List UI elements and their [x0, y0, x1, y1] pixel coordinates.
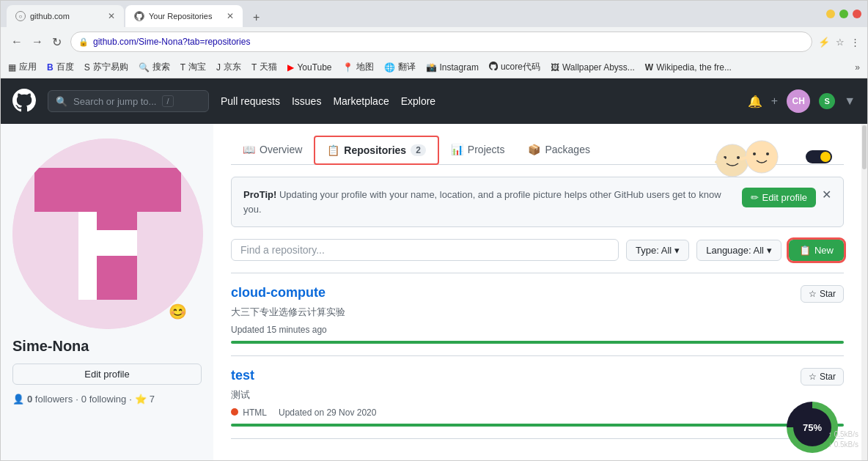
language-filter-button[interactable]: Language: All ▾ [696, 240, 781, 261]
bookmark-tmall[interactable]: T 天猫 [251, 61, 277, 73]
new-repository-button[interactable]: 📋 New [789, 240, 844, 261]
scroll-thumb[interactable] [862, 125, 867, 169]
bookmark-youtube[interactable]: ▶ YouTube [287, 62, 331, 73]
bookmark-translate[interactable]: 🌐 翻译 [384, 61, 416, 73]
settings-button[interactable]: ⋮ [850, 37, 860, 48]
bookmark-baidu[interactable]: B 百度 [47, 61, 74, 73]
github-logo[interactable] [12, 89, 36, 114]
protip-close-button[interactable]: ✕ [822, 188, 831, 202]
avatar-emoji-overlay: 😊 [169, 303, 187, 320]
tab-projects-label: Projects [468, 144, 505, 155]
projects-icon: 📊 [451, 144, 463, 155]
bookmark-instagram[interactable]: 📸 Instagram [426, 62, 479, 73]
stars-count: 7 [150, 394, 155, 405]
nav-pull-requests[interactable]: Pull requests [221, 95, 280, 107]
tab-title-github: github.com [30, 12, 103, 21]
user-stats: 👤 0 followers · 0 following · ⭐ 7 [12, 394, 202, 405]
bookmark-tmall-label: 天猫 [260, 61, 277, 73]
forward-button[interactable]: → [29, 34, 46, 50]
repo-lang-test: HTML [243, 407, 267, 418]
stars-link[interactable]: 7 [150, 394, 155, 405]
bookmark-taobao[interactable]: T 淘宝 [180, 61, 206, 73]
nav-explore[interactable]: Explore [401, 95, 435, 107]
tab-projects[interactable]: 📊 Projects [439, 136, 517, 164]
star-label-cloud-compute: Star [820, 289, 836, 299]
star-cloud-compute-button[interactable]: ☆ Star [801, 285, 844, 303]
browser-tab-github[interactable]: ○ github.com ✕ [7, 5, 124, 27]
followers-label: followers [35, 394, 73, 405]
bookmark-ucore[interactable]: ucore代码 [489, 61, 540, 73]
user-menu-button[interactable]: ▼ [844, 95, 856, 108]
tab-overview[interactable]: 📖 Overview [231, 136, 314, 164]
edit-profile-sidebar-button[interactable]: Edit profile [12, 364, 202, 385]
protip-actions: ✏ Edit profile ✕ [742, 188, 831, 207]
tab-close-github[interactable]: ✕ [108, 11, 115, 21]
github-nav: Pull requests Issues Marketplace Explore [221, 95, 435, 107]
bookmark-suning[interactable]: S 苏宁易购 [84, 61, 128, 73]
language-filter-label: Language: All [706, 245, 764, 256]
star-icon-cloud-compute: ☆ [809, 289, 817, 299]
tab-packages[interactable]: 📦 Packages [516, 136, 601, 164]
tab-overview-label: Overview [260, 144, 302, 155]
github-search[interactable]: 🔍 Search or jump to... / [48, 90, 209, 112]
protip-banner: ProTip! Updating your profile with your … [231, 177, 844, 227]
browser-tab-repositories[interactable]: Your Repositories ✕ [125, 5, 243, 27]
security-icon: 🔒 [78, 37, 89, 47]
address-bar[interactable]: 🔒 github.com/Sime-Nona?tab=repositories [70, 32, 812, 52]
tab-repositories[interactable]: 📋 Repositories 2 [314, 136, 439, 165]
window-close-button[interactable] [853, 10, 861, 18]
repo-meta-test: HTML Updated on 29 Nov 2020 [231, 407, 844, 418]
jd-icon: J [216, 62, 221, 73]
nav-issues[interactable]: Issues [292, 95, 321, 107]
bookmark-jd[interactable]: J 京东 [216, 61, 241, 73]
tab-favicon-repos [134, 11, 144, 21]
refresh-button[interactable]: ↻ [49, 34, 65, 51]
window-minimize-button[interactable] [826, 10, 835, 18]
bookmark-wikipedia-label: Wikipedia, the fre... [656, 62, 732, 73]
user-avatar-green[interactable]: S [819, 93, 835, 109]
bookmark-instagram-label: Instagram [440, 62, 479, 73]
create-button[interactable]: + [771, 95, 778, 108]
extensions-button[interactable]: ⚡ [818, 37, 830, 48]
tab-favicon-github: ○ [15, 11, 26, 21]
window-maximize-button[interactable] [839, 10, 848, 18]
notifications-button[interactable]: 🔔 [748, 95, 762, 108]
followers-link[interactable]: 0 followers [27, 394, 73, 405]
bookmark-button[interactable]: ☆ [836, 37, 845, 48]
page-scrollbar[interactable] [861, 124, 867, 461]
repo-filter-row: Type: All ▾ Language: All ▾ 📋 New [231, 239, 844, 261]
bookmark-wallpaper[interactable]: 🖼 Wallpaper Abyss... [551, 62, 635, 73]
svg-rect-7 [78, 230, 97, 300]
bookmark-jd-label: 京东 [224, 61, 241, 73]
repo-updated-cloud-compute: Updated 15 minutes ago [231, 325, 327, 335]
translate-icon: 🌐 [384, 62, 395, 73]
protip-edit-profile-button[interactable]: ✏ Edit profile [742, 188, 816, 207]
repo-name-test[interactable]: test [231, 368, 254, 383]
tab-close-repos[interactable]: ✕ [227, 11, 234, 21]
star-test-button[interactable]: ☆ Star [801, 368, 844, 386]
bookmark-translate-label: 翻译 [398, 61, 416, 73]
bookmark-suning-label: 苏宁易购 [93, 61, 128, 73]
avatar-image [12, 139, 203, 329]
back-button[interactable]: ← [8, 34, 26, 50]
bookmark-apps[interactable]: ▦ 应用 [8, 61, 37, 73]
type-filter-button[interactable]: Type: All ▾ [626, 240, 689, 261]
repo-meta-cloud-compute: Updated 15 minutes ago [231, 325, 844, 335]
bookmark-search[interactable]: 🔍 搜索 [139, 61, 170, 73]
stars-icon: ⭐ [135, 394, 147, 405]
bookmarks-more[interactable]: » [855, 62, 860, 73]
repo-desc-test: 测试 [231, 388, 844, 402]
repo-name-cloud-compute[interactable]: cloud-compute [231, 285, 326, 300]
star-label-test: Star [820, 372, 836, 382]
protip-bold: ProTip! [243, 189, 276, 200]
bookmark-maps-label: 地图 [356, 61, 374, 73]
user-avatar-header[interactable]: CH [787, 89, 810, 113]
new-tab-button[interactable]: + [247, 8, 265, 27]
repo-search-input[interactable] [231, 239, 619, 261]
dark-mode-toggle[interactable] [806, 150, 832, 163]
bookmark-wikipedia[interactable]: W Wikipedia, the fre... [645, 62, 732, 73]
github-header: 🔍 Search or jump to... / Pull requests I… [1, 78, 867, 124]
bookmark-maps[interactable]: 📍 地图 [342, 61, 374, 73]
following-link[interactable]: 0 following [81, 394, 126, 405]
nav-marketplace[interactable]: Marketplace [333, 95, 389, 107]
